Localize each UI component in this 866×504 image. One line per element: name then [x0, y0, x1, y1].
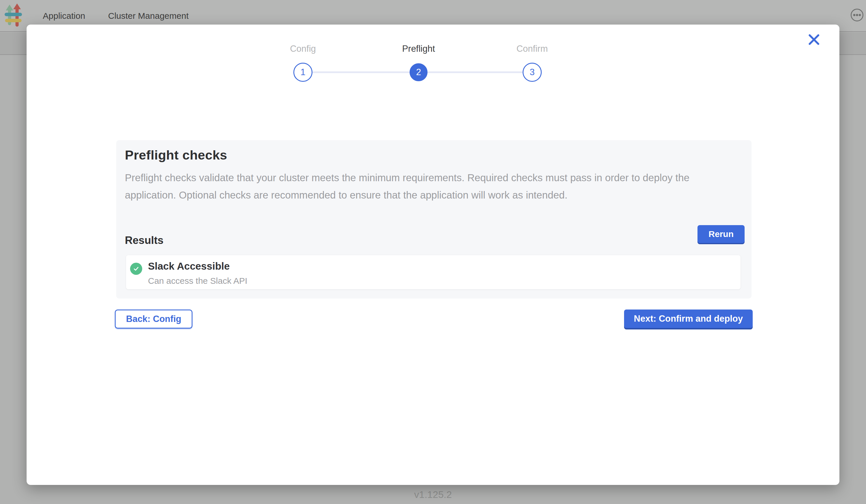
version-text: v1.125.2	[0, 489, 866, 500]
panel-title: Preflight checks	[125, 148, 227, 163]
ellipsis-menu-icon[interactable]	[851, 8, 864, 22]
check-circle-icon	[130, 263, 142, 275]
back-config-button[interactable]: Back: Config	[115, 310, 192, 328]
deploy-wizard-modal: Config 1 Preflight 2 Confirm 3 Preflight…	[26, 24, 840, 485]
step-number-badge: 3	[523, 63, 542, 82]
step-number-badge: 2	[410, 63, 428, 81]
screen: Application Cluster Management v1.125.2 …	[0, 0, 866, 504]
step-label: Confirm	[495, 44, 570, 56]
next-confirm-deploy-button[interactable]: Next: Confirm and deploy	[624, 310, 753, 328]
results-heading: Results	[125, 234, 164, 247]
step-number-badge: 1	[293, 63, 312, 82]
check-name: Slack Accessible	[148, 260, 230, 272]
step-confirm: Confirm 3	[495, 44, 570, 82]
close-icon[interactable]	[807, 32, 821, 47]
step-label: Preflight	[381, 44, 456, 56]
preflight-panel: Preflight checks Preflight checks valida…	[116, 140, 752, 299]
rerun-button[interactable]: Rerun	[698, 225, 745, 243]
app-logo-icon	[4, 3, 22, 26]
step-preflight: Preflight 2	[381, 44, 456, 81]
step-label: Config	[265, 44, 341, 56]
step-config: Config 1	[265, 44, 341, 82]
check-detail: Can access the Slack API	[148, 276, 247, 286]
preflight-check-row: Slack Accessible Can access the Slack AP…	[126, 255, 741, 289]
panel-description: Preflight checks validate that your clus…	[125, 169, 726, 204]
